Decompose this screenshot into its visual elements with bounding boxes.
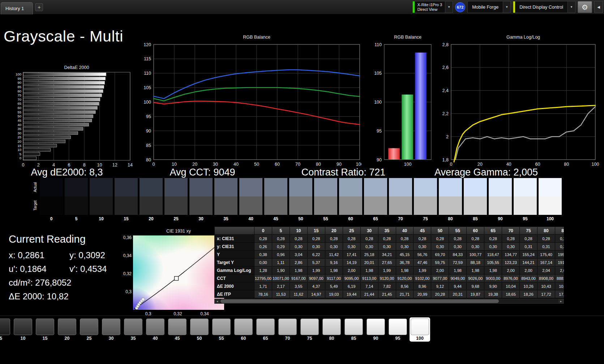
svg-text:70: 70 — [295, 162, 300, 167]
patch-button-label: 5 — [0, 336, 10, 341]
grayscale-swatch-80: 80 — [439, 178, 462, 221]
chevron-down-icon[interactable]: ▼ — [503, 1, 510, 13]
table-cell: 1,98 — [325, 266, 343, 274]
patch-button-80[interactable]: 80 — [321, 317, 342, 342]
table-cell: 14,97 — [307, 290, 325, 298]
workflow-selector[interactable]: Mobile Forge ▼ — [467, 1, 511, 13]
patch-button-95[interactable]: 95 — [387, 317, 408, 342]
svg-text:2,2: 2,2 — [442, 111, 449, 116]
scroll-left-icon[interactable]: ◂ — [215, 299, 220, 303]
swatch-level-label: 30 — [189, 216, 213, 221]
table-col-header: 35 — [378, 227, 396, 235]
patch-button-85[interactable]: 85 — [343, 317, 364, 342]
table-cell: 0,30 — [449, 243, 467, 251]
svg-text:1,8: 1,8 — [442, 157, 449, 162]
patch-button-20[interactable]: 20 — [57, 317, 77, 342]
chevron-down-icon[interactable]: ▼ — [567, 1, 575, 13]
svg-text:115: 115 — [144, 56, 151, 61]
svg-text:RGB Balance: RGB Balance — [243, 35, 270, 40]
patch-button-45[interactable]: 45 — [167, 317, 188, 342]
table-cell: 10,04 — [502, 282, 520, 290]
scrollbar-thumb[interactable] — [220, 299, 499, 303]
history-tab[interactable]: History 1 — [1, 2, 33, 14]
table-cell: 9,68 — [467, 282, 484, 290]
patch-swatch — [234, 318, 253, 335]
table-cell: 0,28 — [272, 235, 290, 243]
svg-text:90: 90 — [377, 157, 382, 162]
grayscale-swatch-25: 25 — [164, 178, 188, 221]
swatch-actual-color — [289, 178, 312, 196]
grayscale-swatch-65: 65 — [364, 178, 387, 221]
patch-button-10[interactable]: 10 — [13, 317, 33, 342]
patch-level-buttons: 5101520253035404550556065707580859095100 — [0, 317, 430, 342]
table-cell: 25,18 — [360, 251, 378, 259]
patch-button-60[interactable]: 60 — [233, 317, 254, 342]
patch-button-65[interactable]: 65 — [255, 317, 276, 342]
patch-button-5[interactable]: 5 — [0, 317, 11, 342]
table-row-label: Target Y — [215, 259, 254, 266]
swatch-level-label: 25 — [164, 216, 188, 221]
table-cell: 0,28 — [414, 235, 431, 243]
patch-button-75[interactable]: 75 — [299, 317, 320, 342]
patch-button-25[interactable]: 25 — [79, 317, 99, 342]
table-cell: 20,28 — [431, 290, 449, 298]
grayscale-swatch-40: 40 — [239, 178, 262, 221]
svg-text:15: 15 — [17, 144, 21, 148]
deltae-bar-chart: DeltaE 200002468101214100959085807570656… — [7, 64, 133, 170]
patch-button-15[interactable]: 15 — [35, 317, 55, 342]
table-cell: 0,96 — [272, 251, 290, 259]
table-cell: 18,26 — [520, 290, 537, 298]
patch-button-35[interactable]: 35 — [123, 317, 143, 342]
daylight-locus-curve — [134, 240, 223, 309]
swatch-actual-color — [140, 178, 163, 196]
table-cell: 69,70 — [431, 251, 449, 259]
reading-y: y: 0,3092 — [69, 250, 105, 260]
reading-v-prime: v': 0,4534 — [69, 264, 107, 274]
svg-text:2,4: 2,4 — [442, 88, 449, 93]
table-row-label: x: CIE31 — [215, 235, 254, 243]
table-cell: 0,28 — [378, 235, 396, 243]
meter-selector[interactable]: X-Rite i1Pro 3 Direct View ▼ — [412, 1, 453, 13]
table-cell: 19,38 — [484, 290, 502, 298]
add-tab-button[interactable]: + — [35, 3, 43, 11]
patch-button-label: 20 — [58, 336, 76, 341]
table-cell: 1,98 — [449, 266, 467, 274]
collapse-panel-icon[interactable]: ◀ — [594, 1, 603, 13]
grayscale-swatch-95: 95 — [514, 178, 537, 221]
patch-button-90[interactable]: 90 — [365, 317, 386, 342]
patch-button-label: 30 — [102, 336, 120, 341]
svg-text:70: 70 — [17, 98, 21, 101]
table-cell: 12795,00 — [254, 274, 272, 282]
patch-button-40[interactable]: 40 — [145, 317, 166, 342]
patch-button-55[interactable]: 55 — [211, 317, 232, 342]
patch-button-label: 95 — [389, 336, 407, 341]
table-cell: 9,12 — [431, 282, 449, 290]
table-horizontal-scrollbar[interactable]: ◂ ▸ — [214, 299, 564, 304]
patch-swatch — [344, 318, 363, 335]
scrollbar-track[interactable] — [220, 299, 558, 303]
patch-button-70[interactable]: 70 — [277, 317, 298, 342]
table-row: Target Y0,001,112,865,379,1614,1920,0127… — [215, 259, 564, 266]
target-row-label: Target — [33, 196, 39, 215]
table-col-header: 25 — [343, 227, 360, 235]
table-cell: 27,65 — [378, 259, 396, 266]
table-cell: 88,18 — [467, 259, 484, 266]
scroll-right-icon[interactable]: ▸ — [558, 299, 564, 303]
swatch-actual-color — [489, 178, 512, 196]
table-cell: 123,23 — [502, 259, 520, 266]
swatch-target-color — [214, 196, 237, 215]
patch-button-50[interactable]: 50 — [189, 317, 210, 342]
swatch-actual-color — [264, 178, 287, 196]
patch-button-30[interactable]: 30 — [101, 317, 121, 342]
table-cell: 20,31 — [449, 290, 467, 298]
gear-icon[interactable]: ⚙ — [578, 1, 592, 13]
table-cell: 36,78 — [396, 259, 414, 266]
patch-button-100[interactable]: 100 — [410, 317, 430, 342]
table-cell: 45,15 — [396, 251, 414, 259]
svg-text:110: 110 — [144, 71, 151, 76]
swatch-target-color — [40, 196, 63, 215]
table-cell: 72,59 — [449, 259, 467, 266]
display-control-selector[interactable]: Direct Display Control ▼ — [513, 1, 575, 13]
table-cell: 17,72 — [537, 290, 555, 298]
chevron-down-icon[interactable]: ▼ — [445, 1, 453, 13]
